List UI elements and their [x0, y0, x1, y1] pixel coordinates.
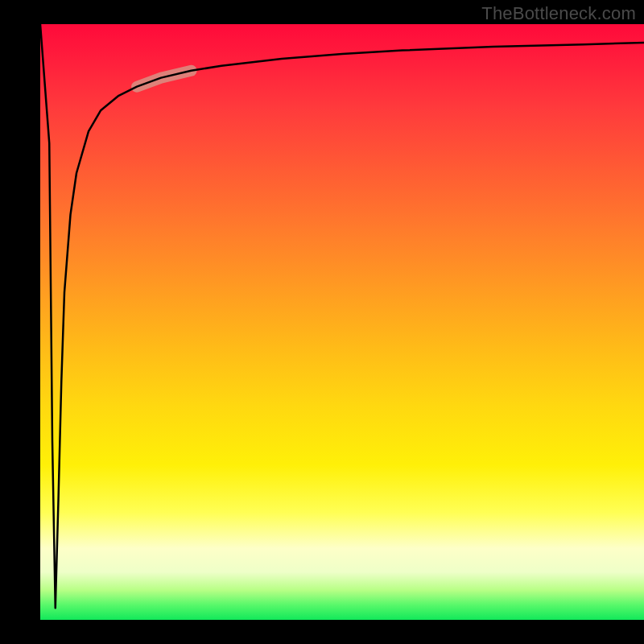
plot-area	[40, 24, 644, 620]
watermark-text: TheBottleneck.com	[481, 3, 636, 24]
curve-svg	[40, 24, 644, 620]
bottleneck-curve-path	[40, 24, 644, 608]
chart-frame: TheBottleneck.com	[0, 0, 644, 644]
